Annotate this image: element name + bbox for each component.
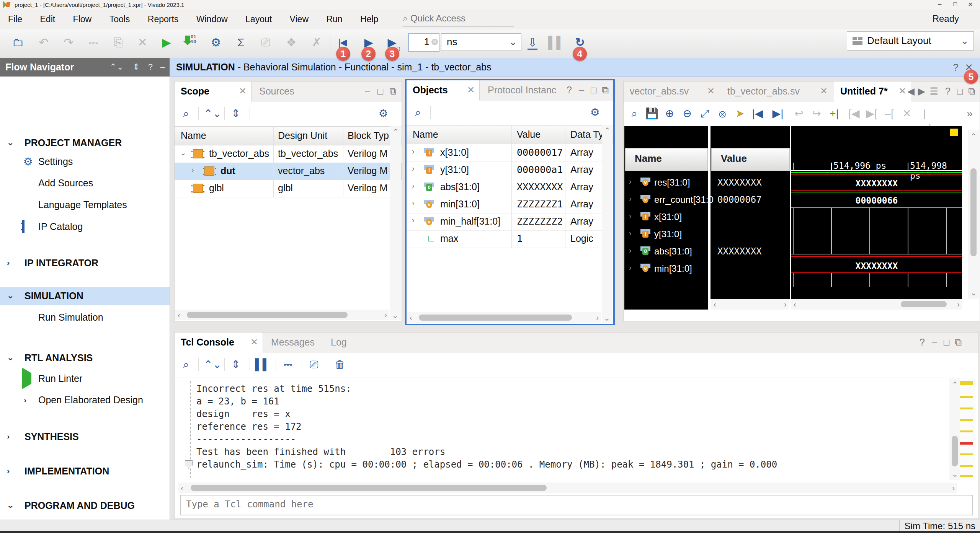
scope-hscrollbar[interactable]: ‹ › bbox=[175, 310, 389, 320]
objects-row-min-half[interactable]: › v min_half[31:0] ZZZZZZZ2 Array bbox=[407, 213, 613, 231]
clear-console-icon[interactable]: 🗑 bbox=[333, 357, 347, 372]
sidebar-item-language-templates[interactable]: Language Templates bbox=[0, 196, 170, 214]
tab-scope[interactable]: Scope✕ bbox=[175, 81, 252, 102]
sidebar-section-program-and-debug[interactable]: ⌄PROGRAM AND DEBUG bbox=[0, 497, 170, 515]
help-icon[interactable]: ? bbox=[945, 86, 951, 97]
time-unit-select[interactable]: ns ⌄ bbox=[441, 33, 521, 51]
chevron-right-icon[interactable]: › bbox=[412, 216, 415, 225]
menu-flow[interactable]: Flow bbox=[65, 10, 100, 24]
undo-icon[interactable]: ↶ bbox=[36, 35, 51, 50]
scroll-left-icon[interactable]: ‹ bbox=[181, 484, 183, 492]
float-panel-icon[interactable]: ⧉ bbox=[968, 86, 975, 97]
gear-icon[interactable]: ⚙ bbox=[588, 105, 602, 120]
layout-select[interactable]: Default Layout ⌄ bbox=[847, 31, 974, 51]
pause-icon[interactable]: ▌▌ bbox=[548, 35, 563, 50]
menu-window[interactable]: Window bbox=[188, 10, 236, 24]
tab-log[interactable]: Log bbox=[325, 333, 359, 352]
scope-table-header[interactable]: Name Design Unit Block Typ bbox=[175, 126, 402, 145]
sidebar-section-implementation[interactable]: ›IMPLEMENTATION bbox=[0, 462, 170, 481]
chevron-right-icon[interactable]: › bbox=[629, 229, 632, 238]
chevron-right-icon[interactable]: › bbox=[629, 177, 632, 186]
expand-all-icon[interactable]: ⇕ bbox=[229, 106, 243, 121]
goto-cursor-icon[interactable]: ➤ bbox=[733, 106, 747, 121]
scroll-down-icon[interactable]: ⌄ bbox=[392, 311, 399, 320]
zoom-out-icon[interactable]: ⊖ bbox=[680, 106, 694, 121]
tab-list-icon[interactable]: ☰ bbox=[930, 86, 938, 97]
collapse-all-icon[interactable]: ⌃⌄ bbox=[204, 357, 217, 372]
scroll-right-icon[interactable]: › bbox=[784, 300, 787, 309]
console-hscrollbar[interactable]: ‹ › bbox=[178, 482, 957, 493]
wave-vscrollbar[interactable]: ⌃ ⌄ bbox=[968, 130, 979, 299]
tab-messages[interactable]: Messages bbox=[265, 333, 322, 352]
word-wrap-icon[interactable]: ⎚ bbox=[307, 357, 321, 372]
sidebar-item-settings[interactable]: ⚙Settings bbox=[0, 153, 170, 171]
generate-bitstream-icon[interactable]: 0110 bbox=[184, 35, 198, 50]
chevron-right-icon[interactable]: › bbox=[412, 199, 415, 207]
help-icon[interactable]: ? bbox=[567, 85, 572, 96]
maximize-panel-icon[interactable]: □ bbox=[377, 86, 383, 97]
sidebar-section-simulation[interactable]: ⌄SIMULATION bbox=[0, 287, 170, 305]
maximize-panel-icon[interactable]: □ bbox=[957, 86, 963, 97]
tab-tb-vector-abs-sv[interactable]: tb_vector_abs.sv✕ bbox=[721, 81, 832, 101]
save-icon[interactable]: 💾 bbox=[645, 106, 659, 121]
chevron-right-icon[interactable]: › bbox=[629, 246, 632, 255]
marker-next-icon[interactable]: ▶[ bbox=[865, 106, 879, 121]
copy-icon[interactable]: ⎓ bbox=[86, 35, 101, 50]
objects-hscrollbar[interactable]: ‹ › bbox=[407, 312, 601, 323]
minimize-panel-icon[interactable]: – bbox=[365, 86, 370, 97]
copy-icon[interactable]: ⎓ bbox=[281, 357, 295, 372]
scope-scroll-down[interactable]: ⌄ bbox=[390, 310, 401, 320]
next-transition-icon[interactable]: ▶| bbox=[771, 106, 785, 121]
collapse-all-icon[interactable]: ⌃⌄ bbox=[204, 106, 217, 121]
delete-marker-icon[interactable]: ✕ bbox=[900, 106, 914, 121]
menu-view[interactable]: View bbox=[282, 10, 317, 24]
close-icon[interactable]: ✕ bbox=[707, 86, 715, 96]
close-icon[interactable]: ✕ bbox=[239, 86, 247, 96]
scroll-right-icon[interactable]: › bbox=[596, 313, 599, 322]
scroll-left-icon[interactable]: ‹ bbox=[178, 311, 180, 319]
settings-gear-icon[interactable]: ⚙ bbox=[209, 35, 223, 50]
menu-tools[interactable]: Tools bbox=[101, 10, 138, 24]
sidebar-item-open-elaborated-design[interactable]: ›Open Elaborated Design bbox=[0, 391, 170, 409]
sidebar-section-synthesis[interactable]: ›SYNTHESIS bbox=[0, 428, 170, 446]
sidebar-item-add-sources[interactable]: Add Sources bbox=[0, 174, 170, 192]
prev-transition-icon[interactable]: |◀ bbox=[751, 106, 764, 121]
tab-sources[interactable]: Sources bbox=[253, 81, 310, 101]
close-icon[interactable]: ✕ bbox=[820, 86, 828, 96]
wave-signal-x[interactable]: › I x[31:0] bbox=[625, 209, 707, 226]
wave-plot-hscrollbar[interactable]: ‹ › bbox=[791, 299, 962, 310]
tab-next-icon[interactable]: ▶ bbox=[918, 86, 925, 97]
console-vscrollbar[interactable]: ⌃ ⌄ bbox=[949, 378, 960, 480]
scroll-right-icon[interactable]: › bbox=[952, 484, 955, 492]
objects-scroll-down[interactable]: ⌄ bbox=[602, 312, 612, 323]
menu-edit[interactable]: Edit bbox=[32, 10, 64, 24]
scroll-right-icon[interactable]: › bbox=[384, 311, 387, 319]
tab-vector-abs-sv[interactable]: vector_abs.sv✕ bbox=[624, 81, 719, 101]
run-icon[interactable]: ▶ bbox=[159, 35, 174, 50]
wave-signal-min[interactable]: › v min[31:0] bbox=[625, 260, 707, 277]
menu-help[interactable]: Help bbox=[352, 10, 386, 24]
scope-vscrollbar[interactable]: ⌃ bbox=[390, 126, 401, 310]
search-icon[interactable]: ⌕ bbox=[179, 106, 193, 121]
chevron-right-icon[interactable]: › bbox=[412, 181, 415, 190]
sidebar-section-project-manager[interactable]: ⌄PROJECT MANAGER bbox=[0, 134, 170, 152]
scroll-up-icon[interactable]: ⌃ bbox=[970, 132, 977, 141]
sidebar-item-run-linter[interactable]: Run Linter bbox=[0, 370, 170, 388]
remove-marker-icon[interactable]: –[ bbox=[882, 106, 896, 121]
close-icon[interactable]: ✕ bbox=[250, 337, 258, 347]
wave-name-header[interactable]: Name bbox=[625, 148, 708, 171]
objects-row-max[interactable]: ∟ max 1 Logic bbox=[407, 230, 613, 248]
tab-prev-icon[interactable]: ◀ bbox=[907, 86, 915, 97]
float-panel-icon[interactable]: ⧉ bbox=[602, 85, 609, 96]
gear-icon[interactable]: ⚙ bbox=[376, 106, 390, 121]
scroll-down-icon[interactable]: ⌄ bbox=[952, 469, 958, 479]
sidebar-section-rtl-analysis[interactable]: ⌄RTL ANALYSIS bbox=[0, 349, 170, 367]
zoom-in-icon[interactable]: ⊕ bbox=[663, 106, 676, 121]
menu-file[interactable]: File bbox=[0, 10, 30, 24]
help-icon[interactable]: ? bbox=[920, 337, 925, 348]
search-icon[interactable]: ⌕ bbox=[627, 106, 641, 121]
sim-time-field[interactable]: ✕ bbox=[408, 33, 439, 52]
sidebar-item-ip-catalog[interactable]: IP Catalog bbox=[0, 218, 170, 236]
chevron-right-icon[interactable]: › bbox=[412, 164, 415, 173]
swap-right-icon[interactable]: ↪ bbox=[810, 106, 823, 121]
